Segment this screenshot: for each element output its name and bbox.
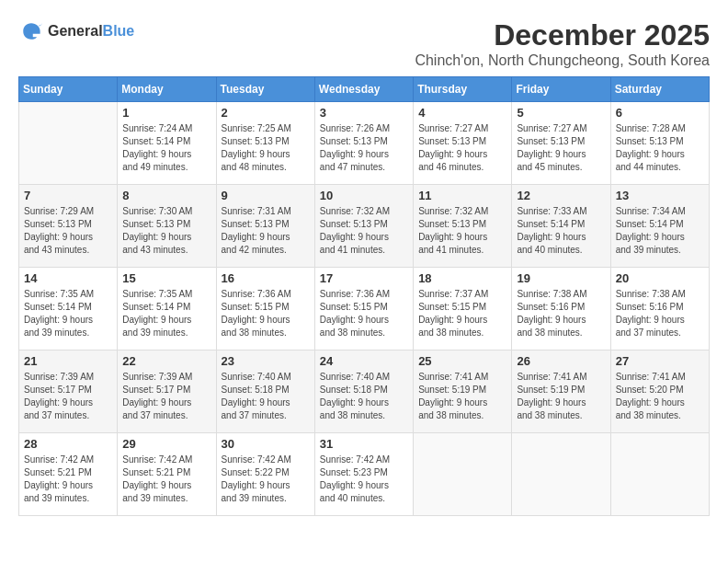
day-info: Sunrise: 7:25 AM Sunset: 5:13 PM Dayligh… [222, 122, 310, 174]
calendar-day-cell: 15Sunrise: 7:35 AM Sunset: 5:14 PM Dayli… [118, 268, 216, 350]
calendar-day-cell: 16Sunrise: 7:36 AM Sunset: 5:15 PM Dayli… [216, 268, 314, 350]
calendar-day-cell: 24Sunrise: 7:40 AM Sunset: 5:18 PM Dayli… [314, 350, 413, 433]
day-info: Sunrise: 7:42 AM Sunset: 5:22 PM Dayligh… [222, 454, 310, 505]
calendar-day-cell: 26Sunrise: 7:41 AM Sunset: 5:19 PM Dayli… [512, 350, 610, 433]
day-info: Sunrise: 7:28 AM Sunset: 5:13 PM Dayligh… [616, 122, 704, 174]
day-info: Sunrise: 7:39 AM Sunset: 5:17 PM Dayligh… [122, 371, 210, 422]
day-number: 4 [418, 106, 506, 120]
day-info: Sunrise: 7:30 AM Sunset: 5:13 PM Dayligh… [122, 205, 210, 257]
day-number: 8 [122, 189, 210, 202]
day-number: 29 [122, 437, 210, 451]
calendar-day-cell: 20Sunrise: 7:38 AM Sunset: 5:16 PM Dayli… [610, 268, 709, 350]
day-info: Sunrise: 7:26 AM Sunset: 5:13 PM Dayligh… [320, 122, 408, 174]
day-info: Sunrise: 7:31 AM Sunset: 5:13 PM Dayligh… [222, 205, 310, 257]
day-info: Sunrise: 7:40 AM Sunset: 5:18 PM Dayligh… [222, 371, 310, 422]
day-number: 28 [24, 437, 112, 451]
calendar-day-cell: 29Sunrise: 7:42 AM Sunset: 5:21 PM Dayli… [118, 433, 216, 516]
page-header: GeneralBlue December 2025 Chinch'on, Nor… [18, 18, 710, 69]
calendar-day-cell: 2Sunrise: 7:25 AM Sunset: 5:13 PM Daylig… [216, 102, 314, 185]
day-info: Sunrise: 7:40 AM Sunset: 5:18 PM Dayligh… [320, 371, 408, 422]
calendar-day-cell: 8Sunrise: 7:30 AM Sunset: 5:13 PM Daylig… [118, 185, 216, 268]
calendar-day-cell [19, 102, 118, 185]
day-info: Sunrise: 7:32 AM Sunset: 5:13 PM Dayligh… [418, 205, 506, 257]
logo: GeneralBlue [18, 18, 134, 44]
day-info: Sunrise: 7:41 AM Sunset: 5:19 PM Dayligh… [517, 371, 605, 422]
day-number: 16 [222, 271, 310, 285]
weekday-header-monday: Monday [118, 77, 216, 102]
day-info: Sunrise: 7:27 AM Sunset: 5:13 PM Dayligh… [418, 122, 506, 174]
day-info: Sunrise: 7:42 AM Sunset: 5:21 PM Dayligh… [24, 454, 112, 505]
day-number: 1 [122, 106, 210, 120]
calendar-day-cell: 27Sunrise: 7:41 AM Sunset: 5:20 PM Dayli… [610, 350, 709, 433]
calendar-day-cell: 9Sunrise: 7:31 AM Sunset: 5:13 PM Daylig… [216, 185, 314, 268]
calendar-week-row: 7Sunrise: 7:29 AM Sunset: 5:13 PM Daylig… [19, 185, 710, 268]
day-number: 3 [320, 106, 408, 120]
day-number: 14 [24, 271, 112, 285]
weekday-header-tuesday: Tuesday [216, 77, 314, 102]
calendar-day-cell: 31Sunrise: 7:42 AM Sunset: 5:23 PM Dayli… [314, 433, 413, 516]
day-info: Sunrise: 7:33 AM Sunset: 5:14 PM Dayligh… [517, 205, 605, 257]
calendar-week-row: 21Sunrise: 7:39 AM Sunset: 5:17 PM Dayli… [19, 350, 710, 433]
day-number: 12 [517, 189, 605, 202]
calendar-day-cell: 22Sunrise: 7:39 AM Sunset: 5:17 PM Dayli… [118, 350, 216, 433]
calendar-day-cell: 23Sunrise: 7:40 AM Sunset: 5:18 PM Dayli… [216, 350, 314, 433]
calendar-week-row: 1Sunrise: 7:24 AM Sunset: 5:14 PM Daylig… [19, 102, 710, 185]
calendar-day-cell: 5Sunrise: 7:27 AM Sunset: 5:13 PM Daylig… [512, 102, 610, 185]
day-number: 31 [320, 437, 408, 451]
day-number: 11 [418, 189, 506, 202]
day-info: Sunrise: 7:24 AM Sunset: 5:14 PM Dayligh… [122, 122, 210, 174]
calendar-day-cell: 6Sunrise: 7:28 AM Sunset: 5:13 PM Daylig… [610, 102, 709, 185]
calendar-day-cell: 14Sunrise: 7:35 AM Sunset: 5:14 PM Dayli… [19, 268, 118, 350]
logo-icon [18, 18, 44, 44]
logo-general: GeneralBlue [48, 23, 134, 40]
day-number: 13 [616, 189, 704, 202]
calendar-week-row: 14Sunrise: 7:35 AM Sunset: 5:14 PM Dayli… [19, 268, 710, 350]
calendar-day-cell: 11Sunrise: 7:32 AM Sunset: 5:13 PM Dayli… [414, 185, 512, 268]
calendar-day-cell [414, 433, 512, 516]
day-number: 15 [122, 271, 210, 285]
day-info: Sunrise: 7:38 AM Sunset: 5:16 PM Dayligh… [616, 288, 704, 339]
weekday-header-thursday: Thursday [414, 77, 512, 102]
weekday-header-sunday: Sunday [19, 77, 118, 102]
calendar-day-cell: 30Sunrise: 7:42 AM Sunset: 5:22 PM Dayli… [216, 433, 314, 516]
day-number: 6 [616, 106, 704, 120]
title-section: December 2025 Chinch'on, North Chungcheo… [415, 18, 710, 69]
day-info: Sunrise: 7:35 AM Sunset: 5:14 PM Dayligh… [122, 288, 210, 339]
day-number: 7 [24, 189, 112, 202]
day-number: 18 [418, 271, 506, 285]
day-info: Sunrise: 7:37 AM Sunset: 5:15 PM Dayligh… [418, 288, 506, 339]
weekday-header-wednesday: Wednesday [314, 77, 413, 102]
day-number: 23 [222, 354, 310, 368]
weekday-header-saturday: Saturday [610, 77, 709, 102]
day-number: 20 [616, 271, 704, 285]
calendar-day-cell: 13Sunrise: 7:34 AM Sunset: 5:14 PM Dayli… [610, 185, 709, 268]
day-info: Sunrise: 7:42 AM Sunset: 5:21 PM Dayligh… [122, 454, 210, 505]
day-info: Sunrise: 7:32 AM Sunset: 5:13 PM Dayligh… [320, 205, 408, 257]
calendar-day-cell: 17Sunrise: 7:36 AM Sunset: 5:15 PM Dayli… [314, 268, 413, 350]
day-info: Sunrise: 7:42 AM Sunset: 5:23 PM Dayligh… [320, 454, 408, 505]
day-number: 26 [517, 354, 605, 368]
calendar-day-cell: 28Sunrise: 7:42 AM Sunset: 5:21 PM Dayli… [19, 433, 118, 516]
day-info: Sunrise: 7:41 AM Sunset: 5:19 PM Dayligh… [418, 371, 506, 422]
day-number: 17 [320, 271, 408, 285]
day-info: Sunrise: 7:36 AM Sunset: 5:15 PM Dayligh… [222, 288, 310, 339]
day-info: Sunrise: 7:36 AM Sunset: 5:15 PM Dayligh… [320, 288, 408, 339]
day-number: 21 [24, 354, 112, 368]
day-number: 27 [616, 354, 704, 368]
calendar-day-cell: 3Sunrise: 7:26 AM Sunset: 5:13 PM Daylig… [314, 102, 413, 185]
day-info: Sunrise: 7:35 AM Sunset: 5:14 PM Dayligh… [24, 288, 112, 339]
day-number: 30 [222, 437, 310, 451]
calendar-week-row: 28Sunrise: 7:42 AM Sunset: 5:21 PM Dayli… [19, 433, 710, 516]
calendar-day-cell: 10Sunrise: 7:32 AM Sunset: 5:13 PM Dayli… [314, 185, 413, 268]
day-info: Sunrise: 7:27 AM Sunset: 5:13 PM Dayligh… [517, 122, 605, 174]
day-info: Sunrise: 7:39 AM Sunset: 5:17 PM Dayligh… [24, 371, 112, 422]
calendar-day-cell [610, 433, 709, 516]
month-title: December 2025 [415, 18, 710, 52]
day-info: Sunrise: 7:34 AM Sunset: 5:14 PM Dayligh… [616, 205, 704, 257]
calendar-day-cell: 12Sunrise: 7:33 AM Sunset: 5:14 PM Dayli… [512, 185, 610, 268]
calendar-day-cell: 7Sunrise: 7:29 AM Sunset: 5:13 PM Daylig… [19, 185, 118, 268]
location-subtitle: Chinch'on, North Chungcheong, South Kore… [415, 52, 710, 69]
day-number: 9 [222, 189, 310, 202]
day-info: Sunrise: 7:29 AM Sunset: 5:13 PM Dayligh… [24, 205, 112, 257]
calendar-day-cell: 1Sunrise: 7:24 AM Sunset: 5:14 PM Daylig… [118, 102, 216, 185]
